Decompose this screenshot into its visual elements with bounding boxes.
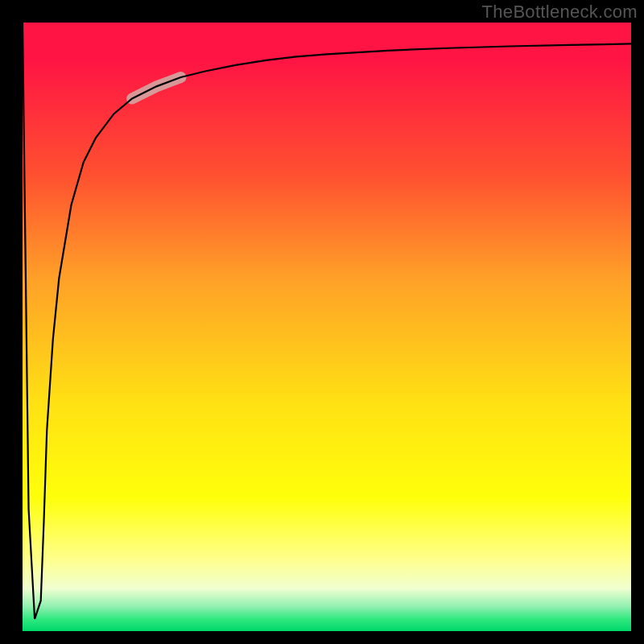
plot-frame <box>23 23 631 631</box>
watermark-text: TheBottleneck.com <box>482 2 638 23</box>
bottleneck-curve <box>23 23 631 619</box>
chart-svg <box>23 23 631 631</box>
